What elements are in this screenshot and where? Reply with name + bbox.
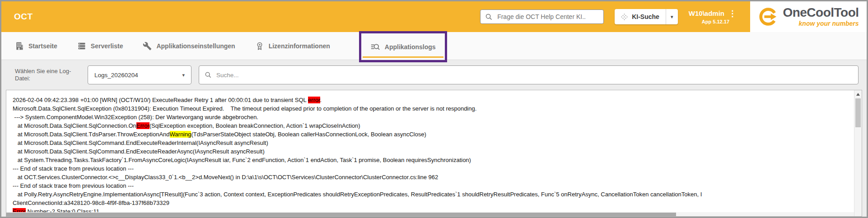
user-name: W10\admin: [689, 9, 724, 17]
chevron-down-icon: ▾: [671, 14, 673, 20]
arrow-up-icon: [856, 93, 860, 96]
tab-serverliste[interactable]: Serverliste: [77, 42, 123, 51]
onecooltool-logo-icon: [758, 6, 779, 27]
building-icon: [15, 42, 24, 51]
log-line: --- End of stack trace from previous loc…: [13, 181, 854, 190]
log-search-icon: [370, 42, 380, 52]
log-line: Microsoft.Data.SqlClient.SqlException (0…: [13, 104, 854, 113]
logo-text-block: OneCoolTool know your numbers: [783, 6, 859, 27]
user-menu[interactable]: W10\admin ⋮: [689, 9, 737, 18]
log-line: ---> System.ComponentModel.Win32Exceptio…: [13, 113, 854, 121]
tab-applikationseinstellungen[interactable]: Applikationseinstellungen: [143, 42, 235, 51]
log-line: at OCT.Services.ClusterConnector.<>c__Di…: [13, 173, 854, 181]
tab-label: Lizenzinformationen: [269, 42, 330, 50]
app-title: OCT: [14, 12, 33, 22]
award-badge-icon: [255, 42, 264, 51]
logo-panel: OneCoolTool know your numbers: [750, 1, 867, 32]
log-line: 2026-02-04 09:42:23.398 +01:00 [WRN] (OC…: [13, 96, 854, 104]
search-icon: [205, 71, 212, 79]
ai-sparkle-icon: [621, 14, 628, 20]
ki-search-dropdown-toggle[interactable]: ▾: [666, 9, 678, 24]
log-file-select-value: Logs_20260204: [94, 72, 138, 79]
chevron-down-icon: ▾: [182, 72, 185, 78]
ki-search-main[interactable]: KI-Suche: [615, 9, 666, 24]
help-center-search[interactable]: [480, 9, 604, 24]
log-line: ClientConnectionId:a3428120-98c8-4f9f-8f…: [13, 199, 854, 207]
log-line: at Polly.Retry.AsyncRetryEngine.Implemen…: [13, 190, 854, 199]
tab-applikationslogs[interactable]: Applikationslogs: [370, 42, 436, 52]
app-version: App 5.12.17: [702, 19, 729, 24]
ki-search-button[interactable]: KI-Suche ▾: [615, 9, 678, 24]
log-file-label: Wählen Sie eine Log-Datei:: [15, 68, 76, 82]
log-line: at Microsoft.Data.SqlClient.SqlCommand.E…: [13, 147, 854, 156]
vertical-scrollbar-thumb[interactable]: [855, 98, 861, 127]
horizontal-scrollbar[interactable]: [6, 212, 854, 216]
logo-tagline: know your numbers: [799, 20, 859, 27]
search-icon: [485, 13, 493, 21]
log-content: 2026-02-04 09:42:23.398 +01:00 [WRN] (OC…: [6, 90, 854, 212]
kebab-menu-icon[interactable]: ⋮: [728, 9, 737, 18]
vertical-scrollbar[interactable]: [854, 90, 862, 216]
server-list-icon: [77, 42, 86, 51]
tab-bar: Startseite Serverliste Applikationseinst…: [1, 32, 867, 60]
tab-lizenzinformationen[interactable]: Lizenzinformationen: [255, 42, 330, 51]
scrollbar-up-arrow[interactable]: [854, 90, 862, 98]
log-search-box[interactable]: [199, 65, 859, 84]
log-line: at System.Threading.Tasks.TaskFactory`1.…: [13, 156, 854, 164]
log-line: at Microsoft.Data.SqlClient.SqlCommand.E…: [13, 139, 854, 147]
tab-label: Applikationseinstellungen: [156, 42, 235, 50]
logo-text: OneCoolTool: [783, 6, 859, 19]
log-line: --- End of stack trace from previous loc…: [13, 164, 854, 173]
wrench-icon: [143, 42, 152, 51]
log-line: Error Number:-2,State:0,Class:11: [13, 207, 854, 212]
log-panel[interactable]: 2026-02-04 09:42:23.398 +01:00 [WRN] (OC…: [6, 90, 862, 217]
tab-label: Startseite: [28, 42, 57, 50]
app-window: OCT: [0, 0, 868, 218]
ki-search-label: KI-Suche: [632, 13, 659, 20]
header-controls: KI-Suche ▾ W10\admin ⋮ App 5.12.17: [480, 9, 750, 24]
log-search-input[interactable]: [215, 71, 853, 79]
header-main: OCT: [1, 1, 750, 32]
annotation-box: Applikationslogs: [359, 31, 447, 62]
tab-label: Applikationslogs: [385, 43, 436, 51]
log-line: at Microsoft.Data.SqlClient.TdsParser.Th…: [13, 130, 854, 139]
help-center-search-input[interactable]: [496, 13, 599, 21]
tab-label: Serverliste: [91, 42, 123, 50]
log-line: at Microsoft.Data.SqlClient.SqlConnectio…: [13, 121, 854, 130]
header-bar: OCT: [1, 1, 867, 32]
log-file-select[interactable]: Logs_20260204 ▾: [88, 65, 191, 84]
user-block: W10\admin ⋮ App 5.12.17: [689, 9, 737, 24]
filter-bar: Wählen Sie eine Log-Datei: Logs_20260204…: [1, 60, 867, 90]
tab-startseite[interactable]: Startseite: [15, 42, 57, 51]
horizontal-scrollbar-thumb[interactable]: [6, 213, 676, 216]
